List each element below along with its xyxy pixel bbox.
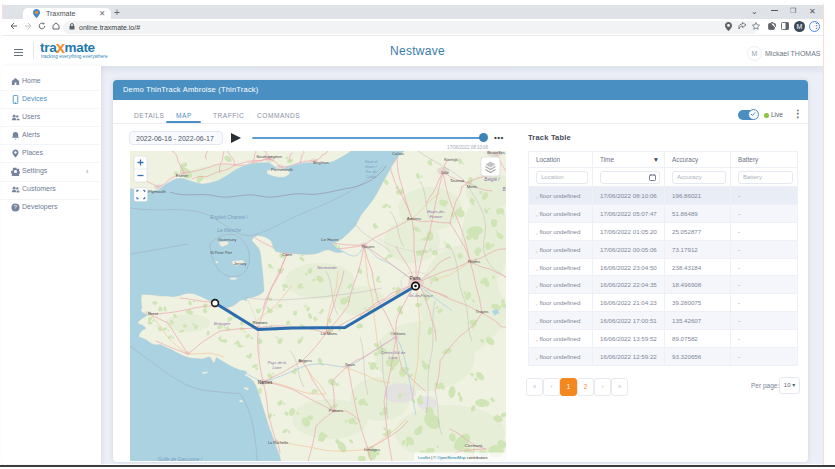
- svg-text:La Manche: La Manche: [217, 228, 241, 233]
- svg-text:Clermont-: Clermont-: [465, 443, 484, 448]
- svg-text:Tours: Tours: [345, 362, 356, 367]
- svg-text:Lille: Lille: [441, 170, 449, 175]
- svg-text:Paris: Paris: [410, 276, 422, 281]
- svg-text:Le Mans: Le Mans: [321, 331, 337, 336]
- svg-text:Southampton: Southampton: [256, 154, 282, 159]
- svg-text:Brest: Brest: [148, 311, 159, 316]
- svg-text:Le Havre: Le Havre: [321, 237, 339, 242]
- svg-text:Angers: Angers: [298, 358, 312, 363]
- svg-text:Limoges: Limoges: [364, 447, 380, 452]
- svg-text:Strait of: Strait of: [365, 160, 378, 164]
- svg-text:English Channel /: English Channel /: [210, 215, 248, 220]
- svg-text:België /: België /: [484, 177, 500, 182]
- svg-text:Rouen: Rouen: [362, 244, 375, 249]
- svg-text:B: B: [502, 187, 505, 192]
- svg-text:Rennes: Rennes: [253, 320, 268, 325]
- svg-text:La Rochelle: La Rochelle: [268, 441, 288, 445]
- svg-text:Plymouth: Plymouth: [148, 189, 167, 194]
- svg-text:Brighton: Brighton: [313, 160, 330, 165]
- svg-text:Calais: Calais: [392, 151, 404, 156]
- svg-text:Pas de: Pas de: [365, 170, 376, 174]
- svg-text:Nantes: Nantes: [258, 380, 273, 385]
- svg-text:Normandie: Normandie: [317, 265, 337, 270]
- svg-text:Mons: Mons: [467, 184, 478, 189]
- svg-text:Leaflet | © OpenStreetMap cont: Leaflet | © OpenStreetMap contributors: [418, 455, 488, 460]
- svg-text:Exeter: Exeter: [176, 173, 189, 178]
- svg-text:Golfe de Gascogne /: Golfe de Gascogne /: [158, 457, 203, 461]
- svg-text:St Peter Port: St Peter Port: [210, 251, 233, 255]
- svg-text:Calais: Calais: [366, 175, 376, 179]
- svg-text:Tournai: Tournai: [450, 178, 464, 183]
- svg-text:Portsmouth: Portsmouth: [271, 167, 294, 172]
- svg-text:Île-de-France: Île-de-France: [409, 293, 434, 298]
- svg-text:Amiens: Amiens: [407, 216, 421, 221]
- svg-text:France: France: [430, 214, 443, 219]
- svg-text:Troyes: Troyes: [476, 309, 489, 314]
- svg-text:Jersey: Jersey: [234, 261, 248, 266]
- svg-text:Guernsey: Guernsey: [218, 237, 237, 242]
- svg-text:Bruxelles: Bruxelles: [487, 151, 505, 155]
- svg-text:Dover /: Dover /: [365, 165, 378, 169]
- svg-text:Loire: Loire: [389, 355, 399, 360]
- svg-text:Kortrijk: Kortrijk: [444, 157, 458, 162]
- svg-text:Caen: Caen: [282, 252, 293, 257]
- svg-text:Reims: Reims: [468, 259, 480, 264]
- svg-text:Poitiers: Poitiers: [329, 408, 343, 413]
- svg-text:Loire: Loire: [273, 365, 283, 370]
- svg-text:Bretagne: Bretagne: [214, 321, 231, 326]
- svg-text:Orléans: Orléans: [390, 331, 405, 336]
